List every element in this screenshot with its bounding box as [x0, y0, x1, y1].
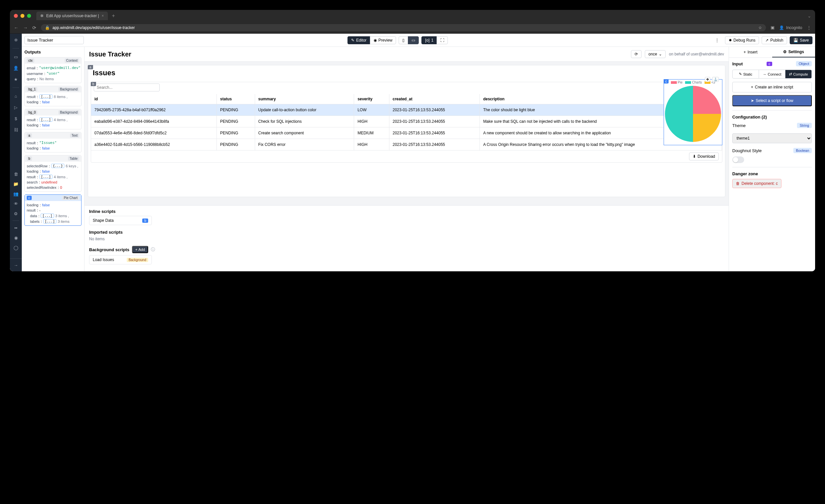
inline-script-item[interactable]: Shape Data b — [89, 216, 152, 225]
window-close-icon[interactable] — [14, 14, 18, 18]
trash-icon[interactable]: 🗑 — [13, 171, 19, 177]
window-max-icon[interactable] — [27, 14, 31, 18]
output-box-b[interactable]: bTable selectedRow : {...} 6 keys , load… — [24, 155, 81, 192]
window-min-icon[interactable] — [20, 14, 24, 18]
more-menu-button[interactable]: ⋮ — [712, 37, 722, 44]
desktop-width-button[interactable]: ▭ — [408, 36, 419, 44]
browser-tab[interactable]: ✲ Edit App u/user/issue-tracker | × — [36, 11, 108, 20]
forward-icon[interactable]: → — [23, 25, 28, 30]
github-icon[interactable]: ◯ — [13, 244, 19, 250]
doughnut-type-badge: Boolean — [793, 148, 812, 153]
seg-compute[interactable]: ⇄Compute — [785, 70, 812, 78]
trigger-once-dropdown[interactable]: once ⌄ — [645, 50, 666, 58]
plus-icon: + — [744, 50, 746, 55]
col-created[interactable]: created_at — [389, 94, 479, 104]
left-icon-rail: ✲ ▭ 👤 ★ ⌂ ▷ $ ⛓ 🗑 📁 👥 👁 ⚙ ▪▪ ◉ ◯ — [10, 34, 22, 271]
download-icon: ⬇ — [693, 154, 696, 159]
expand-rail-icon[interactable]: → — [13, 262, 19, 268]
tab-title: Edit App u/user/issue-tracker | — [46, 13, 99, 18]
tab-insert[interactable]: +Insert — [729, 47, 772, 57]
delete-component-button[interactable]: 🗑Delete component: c — [732, 179, 781, 188]
table-row[interactable]: 794208f5-2735-428a-b4af-b071ff0a2962 PEN… — [91, 104, 722, 116]
eye-icon: ◉ — [374, 38, 377, 43]
publish-button[interactable]: ↗Publish — [762, 36, 787, 44]
folder-icon[interactable]: 📁 — [13, 181, 19, 187]
url-input[interactable]: 🔒 app.windmill.dev/apps/edit/u/user/issu… — [41, 24, 766, 31]
component-table[interactable]: b ⟳ id status summary severity — [91, 82, 722, 163]
background-script-item[interactable]: Load Issues Background — [89, 255, 152, 264]
editor-mode-button[interactable]: ✎Editor — [348, 36, 370, 44]
tab-close-icon[interactable]: × — [102, 13, 104, 18]
seg-static[interactable]: ✎Static — [733, 70, 759, 78]
new-tab-button[interactable]: + — [112, 13, 115, 19]
doughnut-toggle[interactable] — [732, 156, 744, 163]
incognito-icon: 👤 — [779, 25, 784, 30]
panel-icon[interactable]: ▣ — [770, 25, 774, 30]
play-icon[interactable]: ▷ — [13, 104, 19, 110]
output-box-ctx[interactable]: ctxContext email : "user@windmill.dev" u… — [24, 57, 81, 83]
output-box-bg1[interactable]: bg_1Background result : [...] 8 items , … — [24, 86, 81, 106]
select-script-flow-button[interactable]: ➤Select a script or flow — [732, 95, 812, 106]
col-id[interactable]: id — [91, 94, 217, 104]
arrow-icon: → — [763, 72, 767, 76]
star-filled-icon[interactable]: ★ — [13, 76, 19, 82]
col-summary[interactable]: summary — [255, 94, 354, 104]
output-box-bg0[interactable]: bg_0Background result : [...] 4 items , … — [24, 109, 81, 129]
save-button[interactable]: 💾Save — [790, 36, 813, 44]
table-row[interactable]: 07da0553-4e6e-4d56-8ded-5fd0f7dfd5c2 PEN… — [91, 127, 722, 139]
component-title[interactable]: a Issues — [88, 65, 725, 80]
tab-settings[interactable]: ⚙Settings — [772, 47, 815, 57]
fullscreen-button[interactable]: ⛶ — [437, 36, 448, 44]
chevron-down-icon[interactable]: ⌄ — [808, 13, 811, 18]
users-icon[interactable]: 👥 — [13, 191, 19, 197]
reload-icon[interactable]: ⟳ — [32, 25, 36, 30]
link-icon[interactable]: ⛓ — [13, 127, 19, 133]
chevron-down-icon: ⌄ — [659, 52, 662, 57]
refresh-all-button[interactable]: ⟳ — [631, 50, 642, 58]
user-icon[interactable]: 👤 — [13, 65, 19, 71]
eye-icon[interactable]: 👁 — [13, 201, 19, 207]
info-icon[interactable]: ⓘ — [151, 246, 155, 253]
mobile-width-button[interactable]: ▯ — [399, 36, 408, 44]
col-severity[interactable]: severity — [354, 94, 389, 104]
anchor-handle-icon[interactable]: ⚓ — [712, 77, 719, 82]
app-name-input[interactable] — [24, 36, 84, 44]
page-icon[interactable]: ▭ — [13, 54, 19, 60]
dollar-icon[interactable]: $ — [13, 116, 19, 122]
download-button[interactable]: ⬇Download — [689, 152, 719, 160]
incognito-badge: 👤 Incognito — [779, 25, 802, 30]
windmill-logo-icon[interactable]: ✲ — [13, 37, 19, 43]
move-handle-icon[interactable]: ✥ — [705, 77, 710, 82]
gear-icon[interactable]: ⚙ — [13, 211, 19, 217]
url-text: app.windmill.dev/apps/edit/u/user/issue-… — [53, 25, 135, 30]
plus-icon: + — [751, 85, 753, 89]
on-behalf-label: on behalf of user@windmill.dev — [669, 52, 724, 57]
discord-icon[interactable]: ◉ — [13, 235, 19, 240]
layout-counter-button[interactable]: [o] 1 — [422, 36, 437, 44]
seg-connect[interactable]: →Connect — [759, 70, 785, 78]
table-row[interactable]: eaba8d96-e387-4d2d-8494-096e4143b8fa PEN… — [91, 116, 722, 127]
star-icon[interactable]: ☆ — [758, 25, 762, 30]
canvas-main[interactable]: a Issues b ⟳ id status — [84, 62, 729, 205]
expand-icon: ⛶ — [440, 38, 444, 43]
component-pie-chart[interactable]: c ✥ ⚓ Pie Charts <3 — [664, 79, 722, 145]
add-background-script-button[interactable]: +Add — [132, 246, 148, 253]
canvas-toolbar: Issue Tracker ⟳ once ⌄ on behalf of user… — [84, 47, 729, 62]
background-scripts-title: Background scripts — [89, 247, 129, 252]
back-icon[interactable]: ← — [14, 25, 18, 30]
table-row[interactable]: a36e4402-51d8-4d15-b566-119088b8cb52 PEN… — [91, 139, 722, 150]
browser-menu-icon[interactable]: ⋮ — [807, 25, 811, 30]
book-icon[interactable]: ▪▪ — [13, 225, 19, 231]
output-box-a[interactable]: aText result : "Issues" loading : false — [24, 132, 81, 152]
col-status[interactable]: status — [217, 94, 255, 104]
outputs-title: Outputs — [24, 50, 81, 55]
table-search-input[interactable] — [94, 83, 160, 91]
debug-runs-button[interactable]: ✸Debug Runs — [725, 36, 759, 44]
home-icon[interactable]: ⌂ — [13, 93, 19, 99]
preview-mode-button[interactable]: ◉Preview — [370, 36, 396, 44]
output-box-c[interactable]: cPie Chart loading : false result : - da… — [24, 195, 81, 226]
browser-titlebar: ✲ Edit App u/user/issue-tracker | × + ⌄ — [10, 10, 815, 22]
create-inline-script-button[interactable]: +Create an inline script — [732, 82, 812, 92]
plus-icon: + — [135, 247, 137, 251]
theme-select[interactable]: theme1 — [732, 133, 812, 143]
